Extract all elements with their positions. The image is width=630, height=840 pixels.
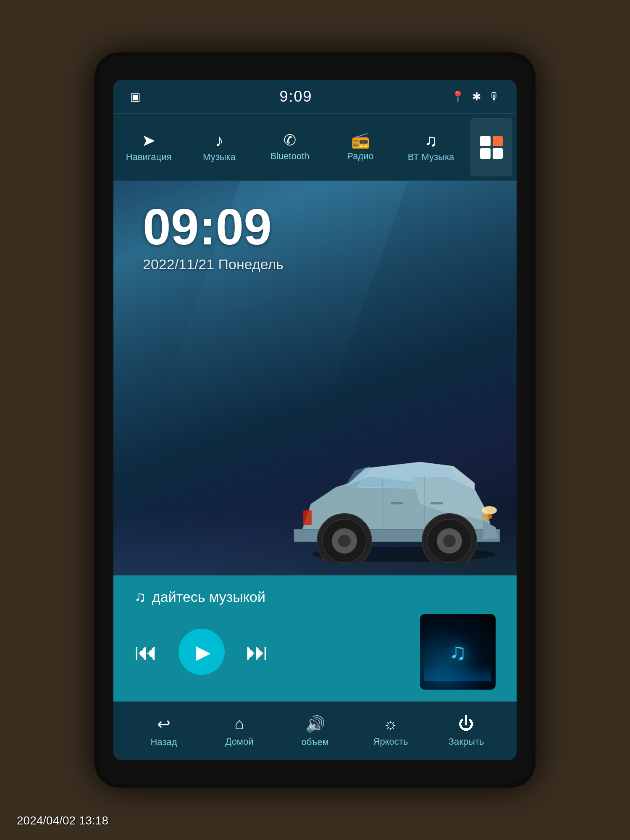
- music-note-icon: ♫: [134, 588, 146, 606]
- photo-timestamp: 2024/04/02 13:18: [17, 814, 108, 827]
- music-title: дайтесь музыкой: [152, 589, 265, 605]
- album-content: ♫: [449, 638, 466, 665]
- nav-item-bluetooth[interactable]: ✆ Bluetooth: [255, 114, 325, 181]
- svg-point-2: [482, 514, 492, 520]
- bottom-label-close: Закрыть: [449, 736, 484, 747]
- play-button[interactable]: ▶: [178, 629, 225, 675]
- album-art: ♫: [420, 614, 496, 690]
- status-left: ▣: [130, 90, 141, 103]
- album-note: ♫: [449, 638, 466, 665]
- radio-icon: 📻: [351, 133, 370, 148]
- bottom-item-home[interactable]: ⌂ Домой: [202, 715, 277, 747]
- bottom-label-brightness: Яркость: [373, 736, 408, 747]
- apps-square-2: [493, 136, 503, 147]
- status-right: 📍 ✱ 🎙: [451, 90, 500, 103]
- nav-item-navigation[interactable]: ➤ Навигация: [113, 114, 184, 181]
- nav-label-radio: Радио: [347, 151, 374, 161]
- clock-display: 09:09 2022/11/21 Понедель: [143, 202, 284, 273]
- nav-label-music: Музыка: [203, 152, 236, 162]
- status-bar: ▣ 9:09 📍 ✱ 🎙: [113, 80, 517, 113]
- bottom-bar: ↩ Назад ⌂ Домой 🔊 объем ☼ Яркость ⏻ Закр…: [113, 701, 517, 760]
- power-icon: ⏻: [458, 715, 474, 733]
- nav-item-apps[interactable]: [470, 118, 512, 176]
- clock-time: 09:09: [143, 202, 284, 252]
- svg-point-7: [338, 535, 351, 547]
- nav-item-bt-music[interactable]: ♫ ВТ Музыка: [396, 114, 466, 181]
- volume-icon: 🔊: [305, 715, 325, 733]
- bottom-item-close[interactable]: ⏻ Закрыть: [428, 715, 504, 747]
- bottom-item-back[interactable]: ↩ Назад: [126, 715, 202, 748]
- bottom-item-volume[interactable]: 🔊 объем: [277, 715, 353, 748]
- wallpaper: 09:09 2022/11/21 Понедель: [113, 181, 517, 575]
- car-svg: [260, 428, 504, 563]
- bluetooth-icon: ✱: [472, 90, 481, 103]
- navigation-icon: ➤: [142, 132, 156, 149]
- album-bars: [424, 664, 491, 681]
- music-title-row: ♫ дайтесь музыкой: [134, 588, 496, 606]
- bottom-label-volume: объем: [301, 737, 328, 748]
- back-icon: ↩: [157, 715, 171, 733]
- music-player: ♫ дайтесь музыкой ⏮ ▶ ⏭: [113, 575, 517, 701]
- nav-label-bt-music: ВТ Музыка: [408, 152, 454, 162]
- svg-rect-15: [430, 502, 443, 504]
- play-icon: ▶: [196, 641, 211, 663]
- phone-icon: ✆: [284, 133, 296, 148]
- svg-point-11: [443, 535, 456, 547]
- brightness-icon: ☼: [383, 715, 398, 733]
- nav-label-navigation: Навигация: [126, 152, 172, 162]
- home-icon: ⌂: [235, 715, 244, 733]
- screen-icon: ▣: [130, 90, 141, 103]
- clock-date: 2022/11/21 Понедель: [143, 256, 284, 273]
- status-time: 9:09: [279, 88, 312, 105]
- svg-rect-3: [303, 510, 312, 525]
- nav-bar: ➤ Навигация ♪ Музыка ✆ Bluetooth 📻 Радио…: [113, 113, 517, 181]
- screen: ▣ 9:09 📍 ✱ 🎙 ➤ Навигация ♪ Музыка ✆ Blue…: [113, 80, 517, 760]
- location-icon: 📍: [451, 90, 465, 103]
- apps-square-4: [493, 148, 503, 159]
- nav-label-bluetooth: Bluetooth: [270, 151, 310, 161]
- bt-music-icon: ♫: [425, 132, 437, 149]
- svg-rect-14: [391, 502, 403, 504]
- music-controls: ⏮ ▶ ⏭: [134, 629, 420, 675]
- bottom-item-brightness[interactable]: ☼ Яркость: [353, 715, 428, 747]
- svg-point-1: [482, 506, 497, 514]
- music-controls-row: ⏮ ▶ ⏭ ♫: [134, 614, 496, 690]
- apps-square-1: [480, 136, 491, 147]
- bottom-label-home: Домой: [225, 736, 253, 747]
- music-icon: ♪: [215, 132, 223, 149]
- nav-item-music[interactable]: ♪ Музыка: [184, 114, 255, 181]
- bottom-label-back: Назад: [150, 737, 177, 748]
- car-head-unit: ▣ 9:09 📍 ✱ 🎙 ➤ Навигация ♪ Музыка ✆ Blue…: [94, 52, 536, 788]
- mic-icon: 🎙: [489, 90, 500, 103]
- prev-button[interactable]: ⏮: [134, 640, 158, 664]
- main-content: 09:09 2022/11/21 Понедель ♫ дайтесь музы…: [113, 181, 517, 701]
- next-button[interactable]: ⏭: [246, 640, 269, 664]
- apps-square-3: [480, 148, 491, 159]
- nav-item-radio[interactable]: 📻 Радио: [325, 114, 396, 181]
